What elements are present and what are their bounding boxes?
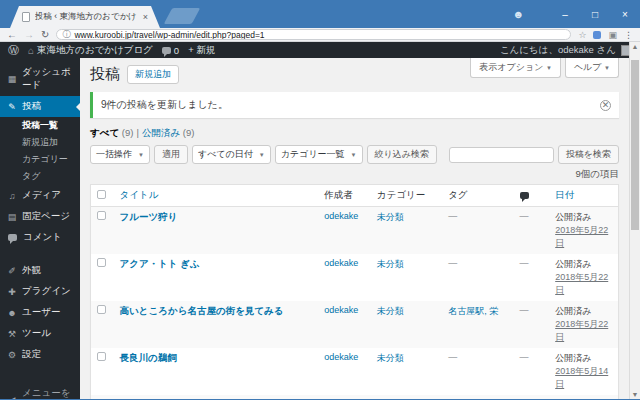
post-date: 2018年5月22日 bbox=[555, 318, 612, 344]
minimize-button[interactable]: – bbox=[550, 0, 580, 28]
date-filter-select[interactable]: すべての日付 ▼ bbox=[192, 145, 271, 164]
sidebar-subitem-all-posts[interactable]: 投稿一覧 bbox=[0, 117, 80, 134]
sidebar-item-comments[interactable]: コメント bbox=[0, 227, 80, 248]
url-bar[interactable]: ⓘ www.kuroobi.jp/travel/wp-admin/edit.ph… bbox=[56, 29, 571, 40]
screen-options-button[interactable]: 表示オプション ▼ bbox=[470, 58, 561, 78]
filter-button[interactable]: 絞り込み検索 bbox=[367, 145, 437, 164]
browser-tab[interactable]: 投稿 ‹ 東海地方のおでかけ × bbox=[10, 6, 160, 28]
checkbox-icon bbox=[97, 190, 106, 199]
sidebar-subitem-categories[interactable]: カテゴリー bbox=[0, 151, 80, 168]
column-comments[interactable] bbox=[514, 185, 550, 207]
menu-dots-icon[interactable]: ⋮ bbox=[624, 30, 633, 40]
view-links: すべて (9)|公開済み (9) bbox=[90, 127, 619, 140]
tag-link[interactable]: 名古屋駅, 栄 bbox=[448, 306, 498, 316]
info-icon[interactable]: ⓘ bbox=[62, 31, 70, 39]
sidebar-item-dashboard[interactable]: ▦ダッシュボード bbox=[0, 62, 80, 96]
view-link-1[interactable]: 公開済み (9) bbox=[142, 127, 195, 138]
category-link[interactable]: 未分類 bbox=[377, 306, 404, 316]
close-button[interactable]: × bbox=[610, 0, 640, 28]
category-link[interactable]: 未分類 bbox=[377, 212, 404, 222]
sidebar-item-pages[interactable]: ▤固定ページ bbox=[0, 206, 80, 227]
row-checkbox[interactable] bbox=[91, 254, 114, 301]
add-new-button[interactable]: 新規追加 bbox=[127, 65, 179, 84]
scroll-up-icon[interactable]: ▲ bbox=[630, 42, 640, 52]
sidebar-subitem-add-new[interactable]: 新規追加 bbox=[0, 134, 80, 151]
forward-icon[interactable]: → bbox=[24, 30, 34, 40]
category-link[interactable]: 未分類 bbox=[377, 353, 404, 363]
cell-comments: — bbox=[514, 301, 550, 348]
new-content-link[interactable]: + 新規 bbox=[188, 44, 215, 57]
author-link[interactable]: odekake bbox=[324, 258, 358, 268]
tab-title: 投稿 ‹ 東海地方のおでかけ bbox=[35, 11, 138, 23]
page-scrollbar[interactable]: ▲ ▼ bbox=[629, 42, 640, 400]
search-posts-button[interactable]: 投稿を検索 bbox=[558, 145, 619, 164]
sidebar-item-plugins[interactable]: ✚プラグイン bbox=[0, 281, 80, 302]
dismiss-notice-icon[interactable]: ✕ bbox=[600, 100, 611, 111]
column-header[interactable]: 日付 bbox=[549, 185, 618, 207]
profile-icon[interactable]: ☻ bbox=[512, 8, 524, 20]
post-title-link[interactable]: フルーツ狩り bbox=[120, 211, 178, 222]
comment-bubble-icon bbox=[520, 192, 529, 199]
camera-icon[interactable]: ▣ bbox=[608, 30, 617, 40]
post-title-link[interactable]: 高いところから名古屋の街を見てみる bbox=[120, 305, 284, 316]
view-link-0[interactable]: すべて (9) bbox=[90, 127, 133, 138]
cell-tags: — bbox=[442, 207, 513, 255]
item-count: 9個の項目 bbox=[90, 168, 619, 181]
sidebar-item-settings[interactable]: ⚙設定 bbox=[0, 344, 80, 365]
tab-close-icon[interactable]: × bbox=[143, 12, 148, 22]
howdy-greeting[interactable]: こんにちは、odekake さん bbox=[500, 44, 616, 57]
scrollbar-thumb[interactable] bbox=[631, 60, 639, 230]
cell-author: odekake bbox=[318, 348, 370, 395]
cell-title: 高いところから名古屋の街を見てみる bbox=[114, 301, 319, 348]
sidebar-item-label: コメント bbox=[23, 231, 62, 244]
post-title-link[interactable]: 長良川の鵜飼 bbox=[120, 352, 177, 363]
row-checkbox[interactable] bbox=[91, 207, 114, 255]
appearance-icon: ✐ bbox=[7, 266, 17, 276]
author-link[interactable]: odekake bbox=[324, 352, 358, 362]
comments-shortcut[interactable]: 0 bbox=[162, 45, 179, 56]
sidebar-item-tools[interactable]: ⚒ツール bbox=[0, 323, 80, 344]
cell-category: 未分類 bbox=[371, 348, 442, 395]
bulk-action-select[interactable]: 一括操作 ▼ bbox=[90, 145, 150, 164]
no-tags: — bbox=[448, 352, 457, 362]
cell-date: 公開済み2018年5月22日 bbox=[549, 301, 618, 348]
view-count: (9) bbox=[122, 127, 134, 138]
sidebar-item-users[interactable]: ☻ユーザー bbox=[0, 302, 80, 323]
cell-author: odekake bbox=[318, 301, 370, 348]
help-button[interactable]: ヘルプ ▼ bbox=[565, 58, 619, 78]
sidebar-subitem-tags[interactable]: タグ bbox=[0, 168, 80, 185]
author-link[interactable]: odekake bbox=[324, 211, 358, 221]
row-checkbox[interactable] bbox=[91, 348, 114, 395]
plugins-icon: ✚ bbox=[7, 287, 17, 297]
reload-icon[interactable]: ↻ bbox=[41, 30, 49, 40]
category-link[interactable]: 未分類 bbox=[377, 259, 404, 269]
post-status: 公開済み bbox=[555, 305, 612, 318]
sidebar-item-appearance[interactable]: ✐外観 bbox=[0, 260, 80, 281]
sidebar-item-media[interactable]: ♫メディア bbox=[0, 185, 80, 206]
extension-icon[interactable] bbox=[593, 31, 601, 39]
checkbox-icon bbox=[97, 211, 106, 220]
column-header[interactable]: タイトル bbox=[114, 185, 319, 207]
back-icon[interactable]: ← bbox=[7, 30, 17, 40]
post-title-link[interactable]: アクア・トト ぎふ bbox=[120, 258, 200, 269]
cell-author: odekake bbox=[318, 254, 370, 301]
checkbox-icon bbox=[97, 258, 106, 267]
chevron-down-icon: ▼ bbox=[604, 65, 610, 71]
browser-titlebar: 投稿 ‹ 東海地方のおでかけ × ☻ – □ × bbox=[0, 0, 640, 28]
sidebar-item-collapse-menu[interactable]: ◀メニューを閉じる bbox=[0, 383, 80, 400]
category-filter-select[interactable]: カテゴリー一覧 ▼ bbox=[275, 145, 363, 164]
row-checkbox[interactable] bbox=[91, 301, 114, 348]
search-input[interactable] bbox=[449, 147, 554, 163]
no-tags: — bbox=[448, 258, 457, 268]
bookmark-star-icon[interactable]: ☆ bbox=[578, 30, 586, 40]
wordpress-logo-icon[interactable]: Ⓦ bbox=[8, 43, 19, 58]
new-tab-button[interactable] bbox=[164, 8, 201, 24]
maximize-button[interactable]: □ bbox=[580, 0, 610, 28]
select-all-checkbox[interactable] bbox=[91, 185, 114, 207]
sidebar-item-posts[interactable]: ✎投稿 bbox=[0, 96, 80, 117]
apply-button[interactable]: 適用 bbox=[154, 145, 188, 164]
comments-icon bbox=[8, 234, 17, 241]
site-name-link[interactable]: ⌂ 東海地方のおでかけブログ bbox=[28, 44, 153, 57]
author-link[interactable]: odekake bbox=[324, 305, 358, 315]
sidebar-item-label: プラグイン bbox=[22, 285, 71, 298]
